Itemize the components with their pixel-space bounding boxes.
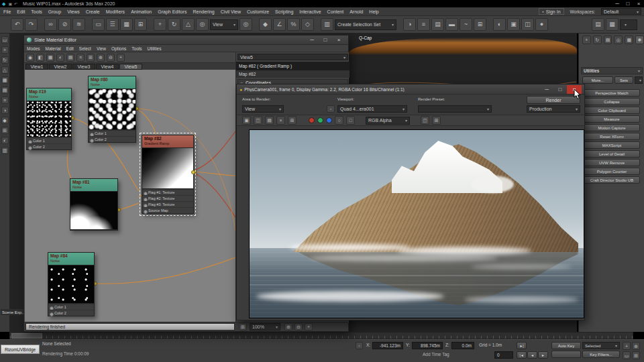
coord-lock-icon[interactable]: ◦ [356, 342, 363, 349]
left-tool-icon-10[interactable]: ⊞ [1, 127, 9, 134]
utilities-panel-tab[interactable]: ✱ [635, 36, 644, 44]
node-slot-color1[interactable]: Color 1 [89, 130, 136, 136]
nav-maximize-viewport-icon[interactable]: ⊞ [632, 351, 640, 359]
utility-perspective-match[interactable]: Perspective Match [584, 89, 640, 97]
node-output-socket[interactable] [191, 170, 195, 174]
green-channel-icon[interactable] [317, 117, 323, 123]
menu-interactive[interactable]: Interactive [299, 9, 321, 14]
me-menu-modes[interactable]: Modes [27, 46, 40, 51]
left-tool-icon-4[interactable]: △ [1, 66, 9, 74]
timeline-track[interactable] [9, 332, 633, 339]
me-show-background-icon[interactable]: ▦ [46, 54, 54, 62]
window-maximize-button[interactable]: □ [623, 1, 633, 7]
select-scale-icon[interactable]: △ [182, 18, 195, 31]
menu-edit[interactable]: Edit [17, 9, 25, 14]
more-button[interactable]: More... [582, 76, 613, 84]
utilities-rollout-header[interactable]: Utilities ▾ [581, 67, 643, 74]
auto-key-button[interactable]: Auto Key [551, 342, 581, 349]
bind-spacewarp-icon[interactable]: ≋ [72, 18, 85, 31]
add-time-tag[interactable]: Add Time Tag [423, 352, 449, 357]
select-by-name-icon[interactable]: ☰ [106, 18, 119, 31]
me-fit-view-icon[interactable]: ⊞ [239, 323, 247, 330]
hierarchy-panel-tab[interactable]: ▤ [604, 36, 612, 44]
node-map82-gradient-ramp[interactable]: Map #82Gradient Ramp Flag #1: Texture Fl… [142, 135, 194, 214]
me-pan2-icon[interactable]: + [305, 323, 313, 330]
utilities-overflow-dropdown[interactable]: ▾ [635, 76, 643, 84]
toolbar-overflow-dropdown[interactable]: ▾ [620, 19, 637, 30]
render-frame-window[interactable]: ● PhysCamera001, frame 0, Display Gamma:… [236, 84, 585, 320]
timeline-slider[interactable] [11, 333, 42, 339]
left-tool-icon-1[interactable]: ▭ [1, 36, 9, 44]
utility-measure[interactable]: Measure [584, 115, 640, 123]
spinner-snap-icon[interactable]: ◇ [301, 18, 314, 31]
use-pivot-center-icon[interactable]: ◎ [239, 18, 252, 31]
render-setup-icon[interactable]: ▣ [507, 18, 520, 31]
motion-panel-tab[interactable]: ◎ [614, 36, 623, 44]
me-menu-material[interactable]: Material [46, 46, 61, 51]
select-object-icon[interactable]: ▭ [92, 18, 105, 31]
me-menu-options[interactable]: Options [111, 46, 126, 51]
select-rotate-icon[interactable]: ↻ [168, 18, 180, 31]
me-node-graph[interactable]: Map #19Noise Color 1 Color 2 Map #80Nois… [25, 70, 235, 323]
utility-craft-director[interactable]: Craft Director Studio UB [584, 176, 640, 184]
lock-icon[interactable]: ◦ [327, 105, 335, 113]
quick-save-icon[interactable]: ▣ [8, 1, 12, 6]
node-slot-color2[interactable]: Color 2 [48, 310, 94, 316]
set-key-button[interactable] [551, 351, 581, 358]
menu-modifiers[interactable]: Modifiers [106, 9, 125, 14]
utility-collapse[interactable]: Collapse [584, 98, 640, 105]
me-menu-utilities[interactable]: Utilities [148, 46, 162, 51]
node-map80[interactable]: Map #80Noise Color 1 Color 2 [88, 76, 136, 143]
redo-icon[interactable]: ↷ [25, 18, 38, 31]
tab-view4[interactable]: View4 [96, 64, 119, 70]
render-button[interactable]: Render [527, 96, 580, 104]
menu-tools[interactable]: Tools [31, 9, 42, 14]
tab-view3[interactable]: View3 [72, 64, 95, 70]
channel-display-dropdown[interactable]: RGB Alpha ▾ [366, 117, 410, 125]
node-slot-color2[interactable]: Color 2 [27, 143, 71, 149]
copy-image-icon[interactable]: ◫ [254, 116, 262, 125]
node-map81[interactable]: Map #81Noise [70, 178, 118, 231]
menu-arnold[interactable]: Arnold [350, 9, 363, 14]
window-crossing-icon[interactable]: ⊞ [134, 18, 147, 31]
rw-minimize-button[interactable]: ─ [540, 86, 553, 93]
modify-panel-tab[interactable]: ↻ [593, 36, 602, 44]
me-close-button[interactable]: × [332, 37, 345, 43]
menu-rendering[interactable]: Rendering [193, 9, 214, 14]
me-pick-material-icon[interactable]: ◉ [26, 54, 34, 62]
utility-polygon-counter[interactable]: Polygon Counter [584, 168, 640, 175]
node-slot-source-map[interactable]: Source Map [142, 207, 193, 213]
percent-snap-icon[interactable]: % [287, 18, 300, 31]
menu-create[interactable]: Create [86, 9, 100, 14]
rw-titlebar[interactable]: ● PhysCamera001, frame 0, Display Gamma:… [237, 84, 584, 95]
reference-coordinate-dropdown[interactable]: View ▾ [210, 19, 238, 30]
me-titlebar[interactable]: Slate Material Editor ─ □ × [24, 36, 348, 45]
left-tool-icon-6[interactable]: ▤ [1, 86, 9, 94]
node-slot-flag2[interactable]: Flag #2: Texture [142, 195, 193, 201]
z-coordinate-field[interactable]: 0.0m [451, 342, 474, 349]
viewport-dropdown[interactable]: Quad 4...era001 ▾ [337, 105, 407, 113]
me-maximize-button[interactable]: □ [319, 37, 332, 43]
alpha-channel-icon[interactable]: □ [346, 116, 355, 125]
create-selection-set-combo[interactable]: Create Selection Set ▾ [335, 19, 396, 30]
select-link-icon[interactable]: ∞ [44, 18, 57, 31]
tab-view1[interactable]: View1 [25, 64, 48, 70]
me-zoom-extents-icon[interactable]: ⊞ [87, 54, 95, 62]
me-param-name-row[interactable]: Map #82 [236, 70, 350, 78]
unlink-selection-icon[interactable]: ⊘ [58, 18, 71, 31]
color-correct-icon[interactable]: ◫ [421, 116, 429, 125]
area-to-render-dropdown[interactable]: View ▾ [242, 105, 284, 113]
me-zoom-dropdown[interactable]: 100% ▾ [250, 323, 280, 330]
menu-graph-editors[interactable]: Graph Editors [158, 9, 186, 14]
menu-group[interactable]: Group [48, 9, 61, 14]
window-close-button[interactable]: × [633, 1, 644, 7]
node-slot-color2[interactable]: Color 2 [89, 136, 136, 142]
nav-zoom-icon[interactable]: ⊕ [632, 342, 640, 350]
go-to-start-button[interactable]: |◄ [517, 351, 527, 359]
nav-zoom-region-icon[interactable]: ▭ [623, 351, 631, 359]
me-layout-selected-icon[interactable]: ≡ [76, 54, 85, 62]
mirror-icon[interactable]: ◑ [403, 18, 416, 31]
menu-animation[interactable]: Animation [131, 9, 152, 14]
rw-maximize-button[interactable]: □ [553, 86, 567, 93]
schematic-view-icon[interactable]: ⊞ [474, 18, 486, 31]
